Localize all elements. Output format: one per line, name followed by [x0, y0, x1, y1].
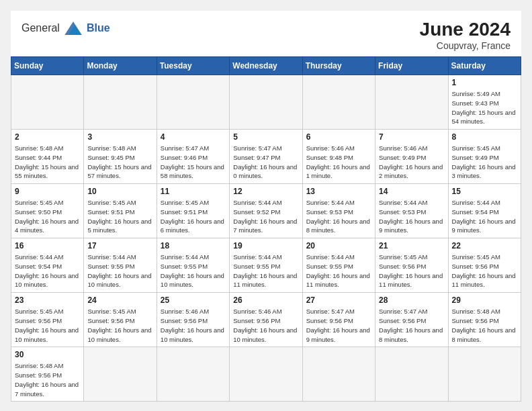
day-7: 7 Sunrise: 5:46 AM Sunset: 9:49 PM Dayli…: [375, 130, 448, 184]
day-1-info: Sunrise: 5:49 AM Sunset: 9:43 PM Dayligh…: [452, 89, 517, 126]
day-15: 15 Sunrise: 5:44 AM Sunset: 9:54 PM Dayl…: [448, 184, 521, 238]
day-27: 27 Sunrise: 5:47 AM Sunset: 9:56 PM Dayl…: [302, 293, 375, 347]
day-1: 1 Sunrise: 5:49 AM Sunset: 9:43 PM Dayli…: [448, 75, 521, 130]
logo-icon: [62, 19, 84, 38]
empty-cell: [157, 75, 229, 130]
calendar-row-3: 9 Sunrise: 5:45 AM Sunset: 9:50 PM Dayli…: [11, 184, 521, 238]
month-year: June 2024: [420, 19, 511, 40]
col-sunday: Sunday: [11, 57, 84, 75]
logo-text: General: [21, 22, 60, 34]
day-17: 17 Sunrise: 5:44 AM Sunset: 9:55 PM Dayl…: [84, 238, 157, 293]
empty-cell: [84, 347, 157, 402]
calendar-row-6: 30 Sunrise: 5:48 AM Sunset: 9:56 PM Dayl…: [11, 347, 521, 402]
day-11: 11 Sunrise: 5:45 AM Sunset: 9:51 PM Dayl…: [157, 184, 229, 238]
day-4: 4 Sunrise: 5:47 AM Sunset: 9:46 PM Dayli…: [157, 130, 229, 184]
logo: General Blue: [21, 19, 110, 38]
day-14: 14 Sunrise: 5:44 AM Sunset: 9:53 PM Dayl…: [375, 184, 448, 238]
col-thursday: Thursday: [302, 57, 375, 75]
empty-cell: [230, 75, 302, 130]
col-wednesday: Wednesday: [230, 57, 302, 75]
calendar-table: Sunday Monday Tuesday Wednesday Thursday…: [11, 56, 521, 402]
day-20: 20 Sunrise: 5:44 AM Sunset: 9:55 PM Dayl…: [302, 238, 375, 293]
col-friday: Friday: [375, 57, 448, 75]
day-30: 30 Sunrise: 5:48 AM Sunset: 9:56 PM Dayl…: [11, 347, 84, 402]
day-2: 2 Sunrise: 5:48 AM Sunset: 9:44 PM Dayli…: [11, 130, 84, 184]
day-3: 3 Sunrise: 5:48 AM Sunset: 9:45 PM Dayli…: [84, 130, 157, 184]
empty-cell: [230, 347, 302, 402]
title-block: June 2024 Coupvray, France: [420, 19, 511, 51]
day-24: 24 Sunrise: 5:45 AM Sunset: 9:56 PM Dayl…: [84, 293, 157, 347]
day-22: 22 Sunrise: 5:45 AM Sunset: 9:56 PM Dayl…: [448, 238, 521, 293]
empty-cell: [84, 75, 157, 130]
calendar-row-4: 16 Sunrise: 5:44 AM Sunset: 9:54 PM Dayl…: [11, 238, 521, 293]
day-10: 10 Sunrise: 5:45 AM Sunset: 9:51 PM Dayl…: [84, 184, 157, 238]
day-26: 26 Sunrise: 5:46 AM Sunset: 9:56 PM Dayl…: [230, 293, 302, 347]
page-header: General Blue June 2024 Coupvray, France: [11, 11, 521, 56]
day-23: 23 Sunrise: 5:45 AM Sunset: 9:56 PM Dayl…: [11, 293, 84, 347]
day-18: 18 Sunrise: 5:44 AM Sunset: 9:55 PM Dayl…: [157, 238, 229, 293]
day-5: 5 Sunrise: 5:47 AM Sunset: 9:47 PM Dayli…: [230, 130, 302, 184]
empty-cell: [375, 347, 448, 402]
calendar-row-5: 23 Sunrise: 5:45 AM Sunset: 9:56 PM Dayl…: [11, 293, 521, 347]
day-8: 8 Sunrise: 5:45 AM Sunset: 9:49 PM Dayli…: [448, 130, 521, 184]
col-saturday: Saturday: [448, 57, 521, 75]
location: Coupvray, France: [420, 40, 511, 51]
day-28: 28 Sunrise: 5:47 AM Sunset: 9:56 PM Dayl…: [375, 293, 448, 347]
calendar-row-1: 1 Sunrise: 5:49 AM Sunset: 9:43 PM Dayli…: [11, 75, 521, 130]
empty-cell: [302, 75, 375, 130]
day-12: 12 Sunrise: 5:44 AM Sunset: 9:52 PM Dayl…: [230, 184, 302, 238]
day-19: 19 Sunrise: 5:44 AM Sunset: 9:55 PM Dayl…: [230, 238, 302, 293]
day-13: 13 Sunrise: 5:44 AM Sunset: 9:53 PM Dayl…: [302, 184, 375, 238]
empty-cell: [302, 347, 375, 402]
col-monday: Monday: [84, 57, 157, 75]
calendar-row-2: 2 Sunrise: 5:48 AM Sunset: 9:44 PM Dayli…: [11, 130, 521, 184]
day-21: 21 Sunrise: 5:45 AM Sunset: 9:56 PM Dayl…: [375, 238, 448, 293]
empty-cell: [375, 75, 448, 130]
empty-cell: [157, 347, 229, 402]
empty-cell: [11, 75, 84, 130]
day-29: 29 Sunrise: 5:48 AM Sunset: 9:56 PM Dayl…: [448, 293, 521, 347]
day-6: 6 Sunrise: 5:46 AM Sunset: 9:48 PM Dayli…: [302, 130, 375, 184]
logo-blue-text: Blue: [87, 22, 110, 34]
calendar-header-row: Sunday Monday Tuesday Wednesday Thursday…: [11, 57, 521, 75]
day-25: 25 Sunrise: 5:46 AM Sunset: 9:56 PM Dayl…: [157, 293, 229, 347]
day-9: 9 Sunrise: 5:45 AM Sunset: 9:50 PM Dayli…: [11, 184, 84, 238]
day-16: 16 Sunrise: 5:44 AM Sunset: 9:54 PM Dayl…: [11, 238, 84, 293]
col-tuesday: Tuesday: [157, 57, 229, 75]
empty-cell: [448, 347, 521, 402]
